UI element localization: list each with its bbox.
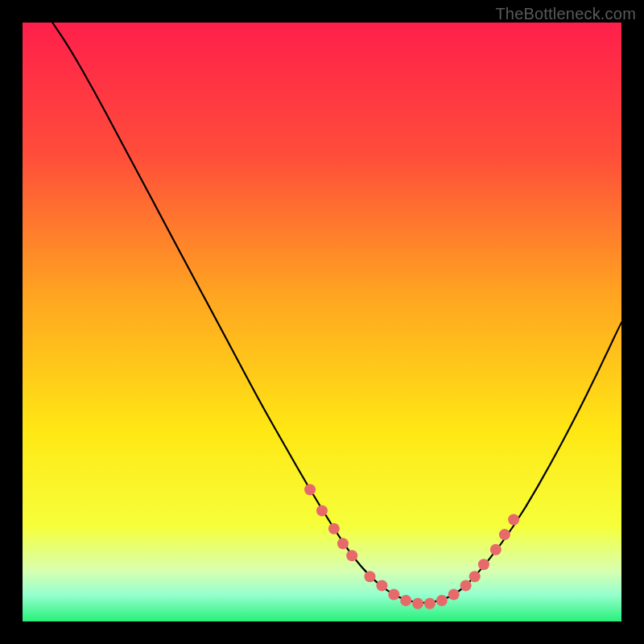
highlight-point	[376, 580, 387, 591]
highlight-point	[400, 595, 411, 606]
highlight-point	[412, 598, 423, 609]
highlight-point	[460, 580, 472, 591]
highlight-point	[508, 514, 519, 526]
highlight-point	[469, 571, 481, 582]
highlight-point	[328, 523, 340, 535]
chart-stage: TheBottleneck.com	[0, 0, 644, 644]
watermark-label: TheBottleneck.com	[495, 5, 636, 23]
highlight-point	[304, 484, 316, 495]
highlight-point	[478, 559, 489, 570]
highlight-point	[346, 550, 357, 561]
highlight-point	[490, 544, 502, 555]
highlight-point	[388, 589, 399, 601]
highlight-point	[424, 598, 436, 609]
highlight-point	[499, 529, 510, 540]
highlight-point	[365, 571, 376, 582]
highlight-point	[448, 589, 460, 601]
plot-background	[23, 23, 621, 621]
highlight-point	[436, 595, 448, 606]
bottleneck-chart	[0, 0, 644, 644]
highlight-point	[316, 505, 328, 516]
highlight-point	[337, 538, 349, 549]
